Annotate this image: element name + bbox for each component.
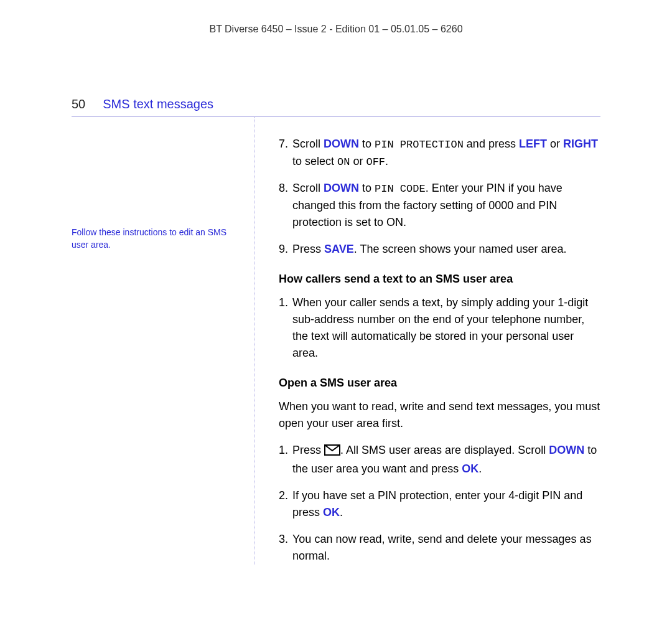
content-columns: Follow these instructions to edit an SMS… bbox=[72, 117, 600, 565]
open-step-3: 3. You can now read, write, send and del… bbox=[279, 531, 600, 565]
step-number: 2. bbox=[279, 487, 292, 521]
step-text: If you have set a PIN protection, enter … bbox=[292, 487, 600, 521]
open-intro: When you want to read, write and send te… bbox=[279, 398, 600, 432]
subheading-how-callers: How callers send a text to an SMS user a… bbox=[279, 273, 600, 286]
step-number: 8. bbox=[279, 180, 292, 231]
step-number: 9. bbox=[279, 241, 292, 258]
subheading-open-area: Open a SMS user area bbox=[279, 377, 600, 390]
margin-note: Follow these instructions to edit an SMS… bbox=[72, 227, 240, 251]
step-number: 1. bbox=[279, 442, 292, 477]
step-8: 8. Scroll DOWN to PIN CODE. Enter your P… bbox=[279, 180, 600, 231]
step-text: Press . All SMS user areas are displayed… bbox=[292, 442, 600, 477]
section-head: 50 SMS text messages bbox=[72, 97, 600, 111]
step-9: 9. Press SAVE. The screen shows your nam… bbox=[279, 241, 600, 258]
step-text: Press SAVE. The screen shows your named … bbox=[292, 241, 600, 258]
open-step-1: 1. Press . All SMS user areas are displa… bbox=[279, 442, 600, 477]
step-text: When your caller sends a text, by simply… bbox=[292, 294, 600, 362]
how-step-1: 1. When your caller sends a text, by sim… bbox=[279, 294, 600, 362]
main-column: 7. Scroll DOWN to PIN PROTECTION and pre… bbox=[255, 117, 600, 565]
open-step-2: 2. If you have set a PIN protection, ent… bbox=[279, 487, 600, 521]
section-title: SMS text messages bbox=[103, 97, 213, 111]
step-number: 1. bbox=[279, 294, 292, 362]
step-text: Scroll DOWN to PIN PROTECTION and press … bbox=[292, 136, 600, 170]
step-text: You can now read, write, send and delete… bbox=[292, 531, 600, 565]
step-number: 3. bbox=[279, 531, 292, 565]
doc-header: BT Diverse 6450 – Issue 2 - Edition 01 –… bbox=[72, 24, 600, 35]
step-7: 7. Scroll DOWN to PIN PROTECTION and pre… bbox=[279, 136, 600, 170]
margin-column: Follow these instructions to edit an SMS… bbox=[72, 117, 255, 565]
step-text: Scroll DOWN to PIN CODE. Enter your PIN … bbox=[292, 180, 600, 231]
step-number: 7. bbox=[279, 136, 292, 170]
page-number: 50 bbox=[72, 97, 85, 111]
envelope-icon bbox=[324, 444, 340, 461]
